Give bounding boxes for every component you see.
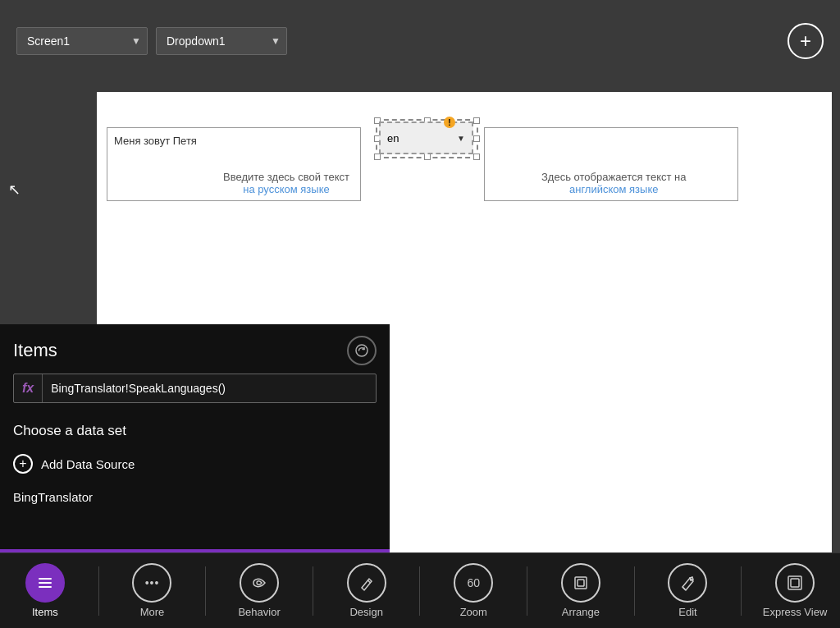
items-label: Items	[32, 606, 58, 618]
hint-right: Здесь отображается текст на английском я…	[541, 171, 686, 195]
divider-6	[634, 566, 635, 616]
svg-rect-2	[39, 582, 52, 584]
add-data-source-button[interactable]: + Add Data Source	[0, 446, 390, 482]
arrange-label: Arrange	[562, 606, 600, 618]
design-label: Design	[349, 606, 382, 618]
express-view-icon	[786, 574, 804, 592]
control-select[interactable]: Dropdown1	[156, 27, 287, 55]
items-icon-circle	[25, 563, 65, 603]
toolbar-item-edit[interactable]: Edit	[651, 553, 724, 628]
plus-circle-icon: +	[13, 454, 33, 474]
panel-icon-button[interactable]	[347, 336, 377, 365]
toolbar-item-more[interactable]: ••• More	[115, 553, 189, 628]
handle-tr[interactable]	[473, 117, 480, 124]
behavior-label: Behavior	[238, 606, 280, 618]
toolbar-item-design[interactable]: Design	[330, 553, 404, 628]
bing-translator-item[interactable]: BingTranslator	[0, 482, 390, 512]
divider-1	[98, 566, 99, 616]
handle-bm[interactable]	[424, 154, 431, 160]
svg-rect-1	[39, 578, 52, 580]
zoom-icon: 60	[467, 576, 480, 589]
hint-left: Введите здесь свой текст на русском язык…	[223, 171, 349, 195]
svg-rect-3	[39, 586, 52, 588]
dropdown-value: en	[387, 132, 399, 144]
panel-title: Items	[13, 340, 57, 361]
add-data-source-label: Add Data Source	[41, 457, 135, 471]
edit-icon-circle	[668, 563, 707, 603]
svg-rect-9	[791, 579, 799, 587]
divider-2	[205, 566, 206, 616]
screen-select[interactable]: Screen1	[16, 27, 148, 55]
design-icon-circle	[347, 563, 386, 603]
fx-label: fx	[14, 374, 43, 402]
formula-bar: fx	[13, 374, 377, 403]
panel-header: Items	[0, 324, 390, 374]
design-icon	[358, 574, 376, 592]
dropdown-select-arrow: ▼	[457, 134, 465, 143]
divider-4	[419, 566, 420, 616]
behavior-icon	[250, 574, 268, 592]
language-dropdown[interactable]: ! en ▼	[379, 121, 473, 154]
cursor-arrow: ↖	[8, 181, 21, 199]
items-panel: Items fx Choose a data set + Add Data So…	[0, 324, 390, 552]
control-dropdown-wrapper: Dropdown1 ▼	[156, 27, 287, 55]
items-icon	[36, 574, 54, 592]
zoom-icon-circle: 60	[454, 563, 493, 603]
handle-br[interactable]	[473, 154, 480, 160]
choose-dataset-label: Choose a data set	[0, 416, 390, 446]
more-icon-circle: •••	[132, 563, 171, 603]
toolbar-item-items[interactable]: Items	[8, 553, 82, 628]
more-label: More	[140, 606, 165, 618]
express-view-icon-circle	[775, 563, 815, 603]
hint-left-line1: Введите здесь свой текст	[223, 171, 349, 183]
zoom-label: Zoom	[460, 606, 487, 618]
arrange-icon-circle	[561, 563, 600, 603]
hint-right-line2: английском языке	[541, 183, 686, 195]
toolbar-item-behavior[interactable]: Behavior	[222, 553, 296, 628]
svg-rect-5	[575, 577, 587, 589]
formula-input[interactable]	[43, 375, 376, 401]
hint-left-line2: на русском языке	[223, 183, 349, 195]
svg-line-7	[682, 587, 686, 590]
behavior-icon-circle	[240, 563, 279, 603]
more-icon: •••	[145, 576, 160, 589]
purple-bar	[0, 549, 390, 552]
handle-bl[interactable]	[374, 154, 381, 160]
top-toolbar: Screen1 ▼ Dropdown1 ▼ +	[0, 0, 840, 82]
toolbar-item-zoom[interactable]: 60 Zoom	[436, 553, 510, 628]
edit-icon	[678, 574, 696, 592]
hint-right-line1: Здесь отображается текст на	[541, 171, 686, 183]
warning-badge: !	[444, 117, 455, 128]
text-input-value: Меня зовут Петя	[114, 135, 197, 147]
svg-rect-6	[578, 580, 584, 586]
bottom-toolbar: Items ••• More Behavior Design	[0, 552, 840, 628]
add-button[interactable]: +	[788, 23, 824, 59]
screen-dropdown-wrapper: Screen1 ▼	[16, 27, 148, 55]
arrange-icon	[572, 574, 590, 592]
divider-5	[527, 566, 527, 616]
edit-label: Edit	[678, 606, 696, 618]
svg-point-0	[356, 345, 368, 356]
toolbar-item-arrange[interactable]: Arrange	[544, 553, 618, 628]
divider-7	[741, 566, 742, 616]
express-view-label: Express View	[763, 606, 828, 618]
divider-3	[313, 566, 313, 616]
toolbar-item-express-view[interactable]: Express View	[758, 553, 832, 628]
handle-mr[interactable]	[473, 135, 480, 142]
refresh-icon	[354, 343, 369, 358]
